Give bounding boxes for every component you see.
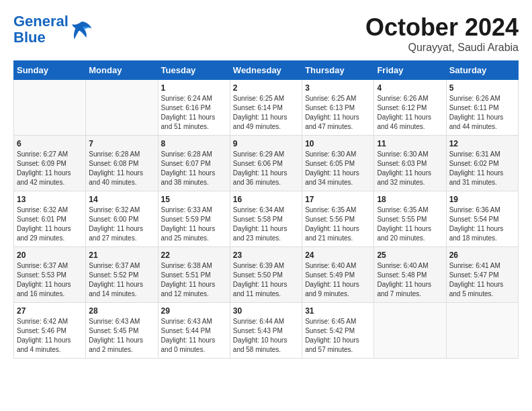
calendar-cell: 18Sunrise: 6:35 AM Sunset: 5:55 PM Dayli… (374, 191, 446, 247)
day-number: 18 (377, 195, 443, 204)
day-number: 25 (377, 250, 443, 260)
weekday-header-tuesday: Tuesday (158, 61, 230, 80)
day-info: Sunrise: 6:30 AM Sunset: 6:05 PM Dayligh… (305, 150, 371, 187)
day-number: 3 (305, 83, 371, 93)
calendar-cell: 28Sunrise: 6:43 AM Sunset: 5:45 PM Dayli… (86, 303, 158, 359)
calendar-cell: 3Sunrise: 6:25 AM Sunset: 6:13 PM Daylig… (302, 80, 374, 136)
day-info: Sunrise: 6:39 AM Sunset: 5:50 PM Dayligh… (233, 261, 299, 299)
title-area: October 2024 Qurayyat, Saudi Arabia (365, 13, 519, 54)
day-info: Sunrise: 6:26 AM Sunset: 6:12 PM Dayligh… (377, 94, 443, 132)
calendar-cell: 6Sunrise: 6:27 AM Sunset: 6:09 PM Daylig… (14, 136, 86, 191)
day-number: 24 (305, 250, 371, 260)
day-info: Sunrise: 6:25 AM Sunset: 6:14 PM Dayligh… (233, 94, 299, 132)
day-info: Sunrise: 6:44 AM Sunset: 5:43 PM Dayligh… (233, 317, 299, 355)
day-number: 29 (161, 306, 227, 316)
day-info: Sunrise: 6:26 AM Sunset: 6:11 PM Dayligh… (449, 94, 515, 132)
calendar-week-row: 1Sunrise: 6:24 AM Sunset: 6:16 PM Daylig… (14, 80, 519, 136)
day-number: 27 (17, 306, 83, 316)
calendar-cell: 17Sunrise: 6:35 AM Sunset: 5:56 PM Dayli… (302, 191, 374, 247)
day-number: 15 (161, 195, 227, 204)
day-info: Sunrise: 6:28 AM Sunset: 6:07 PM Dayligh… (161, 150, 227, 187)
day-number: 19 (449, 195, 515, 204)
calendar-cell: 23Sunrise: 6:39 AM Sunset: 5:50 PM Dayli… (230, 247, 302, 303)
calendar-week-row: 6Sunrise: 6:27 AM Sunset: 6:09 PM Daylig… (14, 136, 519, 191)
calendar-cell: 24Sunrise: 6:40 AM Sunset: 5:49 PM Dayli… (302, 247, 374, 303)
day-number: 5 (449, 83, 515, 93)
weekday-header-friday: Friday (374, 61, 446, 80)
logo: General Blue (13, 13, 93, 46)
day-number: 28 (89, 306, 154, 316)
location-title: Qurayyat, Saudi Arabia (365, 42, 519, 54)
calendar-cell (446, 303, 518, 359)
day-number: 9 (233, 139, 299, 148)
day-info: Sunrise: 6:28 AM Sunset: 6:08 PM Dayligh… (89, 150, 154, 187)
calendar-cell: 27Sunrise: 6:42 AM Sunset: 5:46 PM Dayli… (14, 303, 86, 359)
calendar-cell: 7Sunrise: 6:28 AM Sunset: 6:08 PM Daylig… (86, 136, 158, 191)
calendar-cell: 15Sunrise: 6:33 AM Sunset: 5:59 PM Dayli… (158, 191, 230, 247)
day-number: 26 (449, 250, 515, 260)
calendar-cell (86, 80, 158, 136)
day-number: 13 (17, 195, 83, 204)
day-number: 16 (233, 195, 299, 204)
day-number: 6 (17, 139, 83, 148)
calendar-header-row: SundayMondayTuesdayWednesdayThursdayFrid… (14, 61, 519, 80)
day-number: 2 (233, 83, 299, 93)
calendar-cell: 2Sunrise: 6:25 AM Sunset: 6:14 PM Daylig… (230, 80, 302, 136)
day-info: Sunrise: 6:40 AM Sunset: 5:48 PM Dayligh… (377, 261, 443, 299)
weekday-header-wednesday: Wednesday (230, 61, 302, 80)
page-header: General Blue October 2024 Qurayyat, Saud… (13, 13, 519, 54)
day-number: 8 (161, 139, 227, 148)
day-info: Sunrise: 6:32 AM Sunset: 6:00 PM Dayligh… (89, 205, 154, 243)
logo-bird-icon (71, 19, 93, 40)
weekday-header-monday: Monday (86, 61, 158, 80)
weekday-header-thursday: Thursday (302, 61, 374, 80)
day-number: 23 (233, 250, 299, 260)
day-info: Sunrise: 6:35 AM Sunset: 5:55 PM Dayligh… (377, 205, 443, 243)
day-info: Sunrise: 6:42 AM Sunset: 5:46 PM Dayligh… (17, 317, 83, 355)
calendar-cell: 5Sunrise: 6:26 AM Sunset: 6:11 PM Daylig… (446, 80, 518, 136)
day-info: Sunrise: 6:36 AM Sunset: 5:54 PM Dayligh… (449, 205, 515, 243)
calendar-cell: 9Sunrise: 6:29 AM Sunset: 6:06 PM Daylig… (230, 136, 302, 191)
calendar-cell (374, 303, 446, 359)
day-info: Sunrise: 6:40 AM Sunset: 5:49 PM Dayligh… (305, 261, 371, 299)
calendar-cell: 25Sunrise: 6:40 AM Sunset: 5:48 PM Dayli… (374, 247, 446, 303)
calendar-week-row: 27Sunrise: 6:42 AM Sunset: 5:46 PM Dayli… (14, 303, 519, 359)
calendar-cell: 14Sunrise: 6:32 AM Sunset: 6:00 PM Dayli… (86, 191, 158, 247)
calendar-cell: 21Sunrise: 6:37 AM Sunset: 5:52 PM Dayli… (86, 247, 158, 303)
calendar-week-row: 13Sunrise: 6:32 AM Sunset: 6:01 PM Dayli… (14, 191, 519, 247)
calendar-week-row: 20Sunrise: 6:37 AM Sunset: 5:53 PM Dayli… (14, 247, 519, 303)
day-info: Sunrise: 6:29 AM Sunset: 6:06 PM Dayligh… (233, 150, 299, 187)
weekday-header-sunday: Sunday (14, 61, 86, 80)
day-info: Sunrise: 6:35 AM Sunset: 5:56 PM Dayligh… (305, 205, 371, 243)
day-number: 12 (449, 139, 515, 148)
calendar-cell: 29Sunrise: 6:43 AM Sunset: 5:44 PM Dayli… (158, 303, 230, 359)
month-title: October 2024 (365, 13, 519, 42)
day-number: 1 (161, 83, 227, 93)
day-number: 30 (233, 306, 299, 316)
day-info: Sunrise: 6:37 AM Sunset: 5:53 PM Dayligh… (17, 261, 83, 299)
calendar-cell: 10Sunrise: 6:30 AM Sunset: 6:05 PM Dayli… (302, 136, 374, 191)
day-number: 4 (377, 83, 443, 93)
day-info: Sunrise: 6:33 AM Sunset: 5:59 PM Dayligh… (161, 205, 227, 243)
weekday-header-saturday: Saturday (446, 61, 518, 80)
day-number: 21 (89, 250, 154, 260)
day-number: 20 (17, 250, 83, 260)
calendar-cell: 16Sunrise: 6:34 AM Sunset: 5:58 PM Dayli… (230, 191, 302, 247)
day-info: Sunrise: 6:25 AM Sunset: 6:13 PM Dayligh… (305, 94, 371, 132)
day-number: 11 (377, 139, 443, 148)
calendar-cell: 1Sunrise: 6:24 AM Sunset: 6:16 PM Daylig… (158, 80, 230, 136)
calendar-cell: 22Sunrise: 6:38 AM Sunset: 5:51 PM Dayli… (158, 247, 230, 303)
calendar-cell: 19Sunrise: 6:36 AM Sunset: 5:54 PM Dayli… (446, 191, 518, 247)
day-info: Sunrise: 6:34 AM Sunset: 5:58 PM Dayligh… (233, 205, 299, 243)
day-number: 22 (161, 250, 227, 260)
day-info: Sunrise: 6:32 AM Sunset: 6:01 PM Dayligh… (17, 205, 83, 243)
day-info: Sunrise: 6:31 AM Sunset: 6:02 PM Dayligh… (449, 150, 515, 187)
calendar-cell: 12Sunrise: 6:31 AM Sunset: 6:02 PM Dayli… (446, 136, 518, 191)
day-info: Sunrise: 6:24 AM Sunset: 6:16 PM Dayligh… (161, 94, 227, 132)
calendar-cell: 8Sunrise: 6:28 AM Sunset: 6:07 PM Daylig… (158, 136, 230, 191)
day-info: Sunrise: 6:27 AM Sunset: 6:09 PM Dayligh… (17, 150, 83, 187)
day-info: Sunrise: 6:45 AM Sunset: 5:42 PM Dayligh… (305, 317, 371, 355)
logo-text: General Blue (13, 13, 69, 46)
calendar-cell (14, 80, 86, 136)
day-info: Sunrise: 6:38 AM Sunset: 5:51 PM Dayligh… (161, 261, 227, 299)
